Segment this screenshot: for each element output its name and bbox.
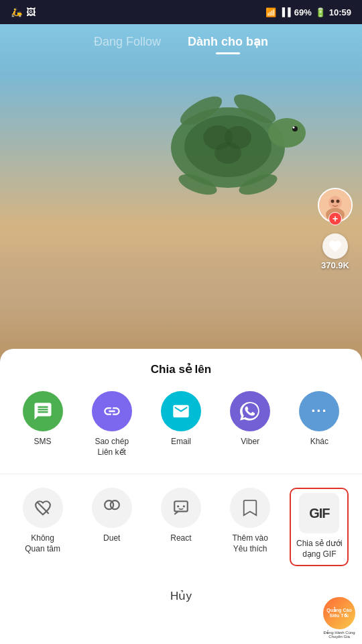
duet-label: Duet [103,533,120,544]
svg-rect-20 [174,501,188,511]
more-icon-circle: ··· [299,391,339,431]
share-bottom-sheet: Chia sẻ lên SMS Sao chépLiên kết Email [0,349,362,644]
svg-point-5 [268,118,306,148]
cancel-button[interactable]: Hủy [0,582,362,608]
action-gif[interactable]: GIF Chia sẻ dướidạng GIF [290,488,349,566]
divider [0,474,362,474]
turtle-visual [121,54,322,228]
svg-point-19 [111,500,119,509]
status-right-info: 📶 ▐▐ 69% 🔋 10:59 [265,7,351,17]
share-email[interactable]: Email [152,391,210,447]
not-interested-icon [23,488,63,528]
react-icon [161,488,201,528]
share-copy-link[interactable]: Sao chépLiên kết [82,391,141,458]
signal-icon: ▐▐ [280,7,291,17]
share-row: SMS Sao chépLiên kết Email Viber ··· [0,391,362,458]
status-left-icons: 🛵 🖼 [11,7,36,17]
copy-link-label: Sao chépLiên kết [95,437,129,458]
more-label: Khác [310,437,328,447]
viber-icon-circle [230,391,270,431]
svg-point-22 [177,505,179,507]
follow-plus-icon[interactable]: + [328,212,342,225]
sms-label: SMS [34,437,52,447]
action-row: KhôngQuan tâm Duet React Thêm vàoYêu thí… [0,488,362,566]
tabs-bar: Đang Follow Dành cho bạn [0,24,362,62]
right-actions: + 370.9K [318,188,353,270]
svg-point-13 [328,196,342,209]
sheet-title: Chia sẻ lên [0,362,362,376]
viber-label: Viber [241,437,259,447]
favorite-label: Thêm vàoYêu thích [232,533,267,554]
svg-point-23 [183,505,185,507]
wifi-icon: 📶 [265,7,276,17]
share-viber[interactable]: Viber [221,391,280,447]
watermark-logo: Quảng CáoSiêu Tốc [323,597,355,629]
image-icon: 🖼 [26,7,36,17]
email-label: Email [171,437,191,447]
svg-point-4 [215,142,241,164]
watermark: Quảng CáoSiêu Tốc Đồng Hành CùngChuyên G… [323,597,355,639]
gif-icon: GIF [299,493,339,533]
not-interested-label: KhôngQuan tâm [25,533,60,554]
duet-icon [92,488,132,528]
action-duet[interactable]: Duet [82,488,141,544]
watermark-subtitle: Đồng Hành CùngChuyên Gia [323,630,355,639]
sms-icon-circle [23,391,63,431]
status-bar: 🛵 🖼 📶 ▐▐ 69% 🔋 10:59 [0,0,362,24]
ride-icon: 🛵 [11,7,22,17]
favorite-icon [230,488,270,528]
tab-dang-follow[interactable]: Đang Follow [94,35,161,52]
share-more[interactable]: ··· Khác [290,391,349,447]
tab-danh-cho-ban[interactable]: Dành cho bạn [188,34,268,52]
like-button[interactable]: 370.9K [321,233,349,270]
heart-icon [322,233,348,259]
clock: 10:59 [329,7,351,17]
action-favorite[interactable]: Thêm vàoYêu thích [221,488,280,554]
like-count: 370.9K [321,260,349,270]
svg-point-15 [331,200,335,203]
gif-label: Chia sẻ dướidạng GIF [296,539,343,559]
svg-point-16 [337,200,340,203]
email-icon-circle [161,391,201,431]
action-react[interactable]: React [152,488,210,544]
battery-icon: 🔋 [315,7,326,17]
react-label: React [170,533,191,544]
action-not-interested[interactable]: KhôngQuan tâm [13,488,72,554]
copy-link-icon-circle [92,391,132,431]
svg-point-11 [293,127,295,129]
share-sms[interactable]: SMS [13,391,72,447]
creator-avatar[interactable]: + [318,188,353,223]
battery-percent: 69% [294,7,312,17]
